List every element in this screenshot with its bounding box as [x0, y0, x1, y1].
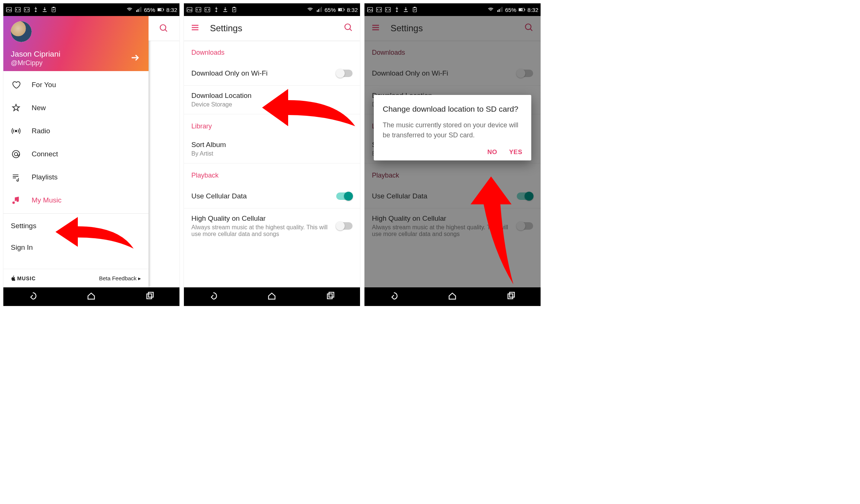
- settings-list[interactable]: Downloads Download Only on Wi-Fi Downloa…: [184, 41, 360, 287]
- back-button[interactable]: [389, 291, 399, 302]
- recents-button[interactable]: [145, 291, 155, 302]
- dialog-actions: NO YES: [383, 149, 522, 156]
- svg-rect-8: [140, 7, 141, 12]
- setting-download-location[interactable]: Download Location Device Storage: [184, 86, 360, 114]
- setting-use-cellular[interactable]: Use Cellular Data: [184, 184, 360, 208]
- clipboard-notif-icon: [231, 6, 238, 13]
- svg-rect-43: [501, 7, 502, 12]
- brand-text: MUSIC: [17, 275, 36, 281]
- clipboard-notif-icon: [50, 6, 57, 13]
- setting-sort-album[interactable]: Sort Album By Artist: [184, 135, 360, 163]
- nav-item-playlists[interactable]: Playlists: [3, 166, 149, 189]
- profile-arrow-icon: [130, 52, 140, 64]
- screenshot-panel-1: 65% 8:32 Jason Cipriani @MrCippy For You: [3, 3, 180, 306]
- section-header-playback: Playback: [184, 163, 360, 184]
- hamburger-menu-button[interactable]: [191, 23, 200, 34]
- code-notif-icon-2: [385, 6, 391, 13]
- nav-item-radio[interactable]: Radio: [3, 119, 149, 143]
- dialog-no-button[interactable]: NO: [487, 149, 497, 156]
- setting-download-wifi-only[interactable]: Download Only on Wi-Fi: [184, 61, 360, 86]
- svg-rect-40: [497, 10, 498, 12]
- svg-rect-50: [510, 292, 515, 297]
- star-icon: [11, 103, 21, 113]
- svg-point-16: [15, 153, 18, 156]
- avatar: [11, 21, 32, 42]
- svg-rect-34: [329, 292, 334, 297]
- dialog-yes-button[interactable]: YES: [509, 149, 522, 156]
- svg-rect-46: [519, 9, 522, 11]
- status-time: 8:32: [166, 7, 177, 13]
- nav-label: Connect: [32, 150, 58, 158]
- nav-item-sign-in[interactable]: Sign In: [3, 237, 149, 258]
- soft-nav-bar: [184, 287, 360, 306]
- svg-rect-39: [414, 7, 416, 8]
- background-search[interactable]: [148, 16, 179, 41]
- nav-label: Settings: [11, 222, 36, 230]
- back-button[interactable]: [208, 291, 218, 302]
- battery-icon: [519, 6, 525, 13]
- image-notif-icon: [6, 6, 12, 13]
- toggle-switch[interactable]: [336, 192, 353, 200]
- svg-rect-26: [319, 8, 320, 12]
- clipboard-notif-icon: [411, 6, 418, 13]
- dialog-title: Change download location to SD card?: [383, 104, 522, 114]
- confirm-dialog: Change download location to SD card? The…: [374, 95, 531, 160]
- setting-hq-cellular[interactable]: High Quality on Cellular Always stream m…: [184, 208, 360, 243]
- beta-feedback-link[interactable]: Beta Feedback ▸: [99, 275, 141, 282]
- code-notif-icon: [376, 6, 382, 13]
- home-button[interactable]: [447, 291, 457, 302]
- svg-line-13: [165, 29, 167, 31]
- svg-rect-24: [317, 10, 318, 12]
- nav-label: Playlists: [32, 173, 58, 181]
- search-button[interactable]: [344, 23, 353, 34]
- signal-icon: [316, 6, 322, 13]
- svg-rect-27: [321, 7, 322, 12]
- svg-point-15: [12, 150, 20, 158]
- apple-music-brand: MUSIC: [11, 275, 36, 281]
- wifi-icon: [487, 6, 494, 13]
- setting-sub: Device Storage: [191, 101, 353, 108]
- drawer-area: Jason Cipriani @MrCippy For You New Radi…: [3, 16, 179, 287]
- image-notif-icon: [186, 6, 193, 13]
- home-button[interactable]: [86, 291, 96, 302]
- battery-icon: [157, 6, 164, 13]
- toggle-switch[interactable]: [336, 70, 353, 77]
- nav-item-my-music[interactable]: My Music: [3, 189, 149, 212]
- toggle-switch[interactable]: [336, 222, 353, 230]
- profile-name: Jason Cipriani: [11, 50, 141, 58]
- recents-button[interactable]: [506, 291, 516, 302]
- nav-item-for-you[interactable]: For You: [3, 73, 149, 96]
- svg-rect-23: [233, 7, 235, 8]
- nav-drawer: Jason Cipriani @MrCippy For You New Radi…: [3, 16, 149, 287]
- search-icon: [159, 23, 169, 33]
- code-notif-icon: [15, 6, 21, 13]
- image-notif-icon: [367, 6, 373, 13]
- music-note-icon: [11, 195, 21, 205]
- divider: [3, 213, 149, 214]
- nav-item-connect[interactable]: Connect: [3, 143, 149, 166]
- wifi-icon: [126, 6, 133, 13]
- dialog-body: The music currently stored on your devic…: [383, 120, 522, 140]
- home-button[interactable]: [267, 291, 277, 302]
- nav-label: Sign In: [11, 243, 33, 252]
- recents-button[interactable]: [326, 291, 335, 302]
- nav-label: New: [32, 104, 46, 112]
- usb-icon: [394, 6, 400, 13]
- radio-icon: [11, 126, 21, 136]
- svg-rect-30: [338, 9, 342, 11]
- battery-percent-text: 65%: [144, 7, 155, 13]
- setting-title: High Quality on Cellular: [191, 214, 336, 223]
- profile-header[interactable]: Jason Cipriani @MrCippy: [3, 16, 149, 71]
- svg-rect-18: [149, 292, 153, 297]
- setting-title: Sort Album: [191, 141, 353, 149]
- nav-item-settings[interactable]: Settings: [3, 215, 149, 237]
- setting-title: Use Cellular Data: [191, 192, 336, 200]
- soft-nav-bar: [3, 287, 179, 306]
- download-notif-icon: [41, 6, 48, 13]
- back-button[interactable]: [28, 291, 38, 302]
- code-notif-icon-2: [204, 6, 211, 13]
- download-notif-icon: [402, 6, 409, 13]
- status-bar: 65% 8:32: [364, 3, 541, 16]
- nav-item-new[interactable]: New: [3, 96, 149, 119]
- at-icon: [11, 149, 21, 159]
